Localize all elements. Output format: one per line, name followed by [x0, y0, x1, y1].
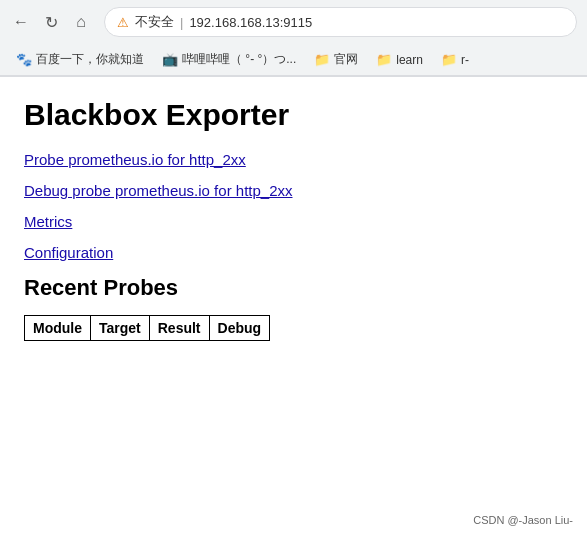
bookmark-folder1-icon: 📁 — [314, 52, 330, 68]
security-warning-icon: ⚠ — [117, 15, 129, 30]
probes-table: Module Target Result Debug — [24, 315, 270, 341]
col-module: Module — [25, 316, 91, 341]
bookmark-learn[interactable]: 📁 learn — [370, 49, 429, 71]
col-debug: Debug — [209, 316, 270, 341]
back-button[interactable]: ← — [10, 11, 32, 33]
table-header-row: Module Target Result Debug — [25, 316, 270, 341]
col-target: Target — [91, 316, 150, 341]
bookmark-more-icon: 📁 — [441, 52, 457, 68]
refresh-button[interactable]: ↻ — [40, 11, 62, 33]
bookmark-folder1[interactable]: 📁 官网 — [308, 48, 364, 71]
probe-link[interactable]: Probe prometheus.io for http_2xx — [24, 151, 563, 168]
address-url: 192.168.168.13:9115 — [189, 15, 312, 30]
debug-link[interactable]: Debug probe prometheus.io for http_2xx — [24, 182, 563, 199]
bookmark-bilibili-label: 哔哩哔哩（ °- °）つ... — [182, 51, 296, 68]
bookmark-more-label: r- — [461, 53, 469, 67]
bookmark-baidu-icon: 🐾 — [16, 52, 32, 68]
probes-table-container: Module Target Result Debug — [24, 315, 270, 341]
col-result: Result — [149, 316, 209, 341]
bookmark-bilibili[interactable]: 📺 哔哩哔哩（ °- °）つ... — [156, 48, 302, 71]
address-bar[interactable]: ⚠ 不安全 | 192.168.168.13:9115 — [104, 7, 577, 37]
bookmarks-bar: 🐾 百度一下，你就知道 📺 哔哩哔哩（ °- °）つ... 📁 官网 📁 lea… — [0, 44, 587, 76]
security-warning-text: 不安全 — [135, 13, 174, 31]
browser-toolbar: ← ↻ ⌂ ⚠ 不安全 | 192.168.168.13:9115 — [0, 0, 587, 44]
browser-chrome: ← ↻ ⌂ ⚠ 不安全 | 192.168.168.13:9115 🐾 百度一下… — [0, 0, 587, 77]
page-title: Blackbox Exporter — [24, 97, 563, 133]
recent-probes-title: Recent Probes — [24, 275, 563, 301]
address-separator: | — [180, 15, 183, 30]
home-button[interactable]: ⌂ — [70, 11, 92, 33]
bookmark-learn-icon: 📁 — [376, 52, 392, 68]
footer-credit: CSDN @-Jason Liu- — [473, 514, 573, 526]
bookmark-folder1-label: 官网 — [334, 51, 358, 68]
bookmark-baidu[interactable]: 🐾 百度一下，你就知道 — [10, 48, 150, 71]
bookmark-learn-label: learn — [396, 53, 423, 67]
nav-buttons: ← ↻ ⌂ — [10, 11, 92, 33]
config-link[interactable]: Configuration — [24, 244, 563, 261]
bookmark-baidu-label: 百度一下，你就知道 — [36, 51, 144, 68]
metrics-link[interactable]: Metrics — [24, 213, 563, 230]
page-content: Blackbox Exporter Probe prometheus.io fo… — [0, 77, 587, 365]
bookmark-more[interactable]: 📁 r- — [435, 49, 475, 71]
bookmark-bilibili-icon: 📺 — [162, 52, 178, 68]
